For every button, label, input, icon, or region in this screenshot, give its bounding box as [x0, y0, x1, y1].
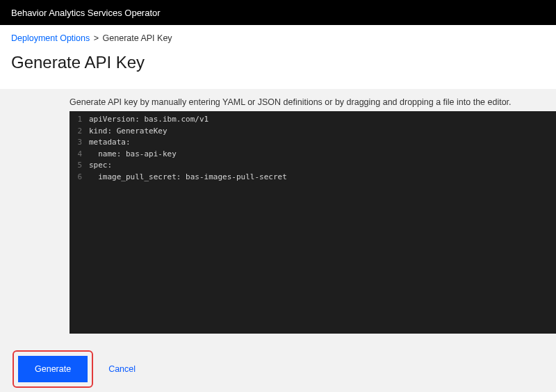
page-title: Generate API Key: [11, 53, 545, 72]
code-line: 5spec:: [70, 160, 556, 172]
editor-instructions: Generate API key by manually entering YA…: [70, 97, 556, 107]
code-text: name: bas-api-key: [89, 149, 177, 161]
line-number: 5: [70, 160, 89, 172]
content-region: Generate API key by manually entering YA…: [0, 89, 556, 342]
footer-actions: Generate Cancel: [0, 342, 556, 392]
yaml-editor[interactable]: 1apiVersion: bas.ibm.com/v12kind: Genera…: [70, 111, 556, 334]
code-text: image_pull_secret: bas-images-pull-secre…: [89, 172, 287, 183]
code-line: 4 name: bas-api-key: [70, 149, 556, 161]
cancel-button[interactable]: Cancel: [108, 364, 136, 374]
code-text: metadata:: [89, 137, 131, 149]
code-text: kind: GenerateKey: [89, 126, 167, 138]
app-header: Behavior Analytics Services Operator: [0, 0, 556, 25]
breadcrumb-separator: >: [94, 33, 99, 43]
code-line: 6 image_pull_secret: bas-images-pull-sec…: [70, 172, 556, 183]
code-line: 3metadata:: [70, 137, 556, 149]
line-number: 1: [70, 114, 89, 126]
code-line: 1apiVersion: bas.ibm.com/v1: [70, 114, 556, 126]
code-text: apiVersion: bas.ibm.com/v1: [89, 114, 208, 126]
line-number: 2: [70, 126, 89, 138]
breadcrumb: Deployment Options > Generate API Key: [11, 33, 545, 43]
title-panel: Deployment Options > Generate API Key Ge…: [0, 25, 556, 89]
editor-section: Generate API key by manually entering YA…: [70, 89, 556, 342]
code-text: spec:: [89, 160, 112, 172]
generate-highlight: Generate: [13, 350, 93, 388]
generate-button[interactable]: Generate: [18, 356, 88, 382]
line-number: 3: [70, 137, 89, 149]
line-number: 6: [70, 172, 89, 183]
breadcrumb-link-deployment-options[interactable]: Deployment Options: [11, 33, 90, 43]
line-number: 4: [70, 149, 89, 161]
app-title: Behavior Analytics Services Operator: [11, 8, 161, 18]
breadcrumb-current: Generate API Key: [103, 33, 172, 43]
code-line: 2kind: GenerateKey: [70, 126, 556, 138]
